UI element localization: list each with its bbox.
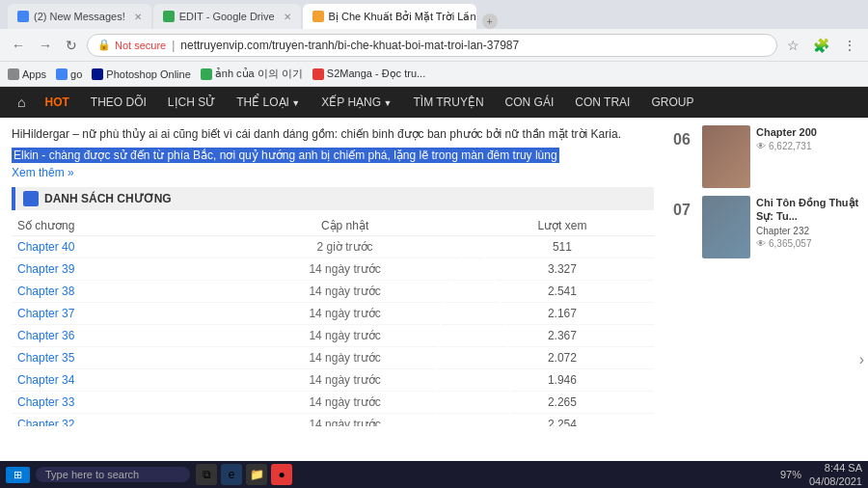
bookmark-star[interactable]: ☆ [783, 36, 803, 55]
chapter-name[interactable]: Chapter 34 [12, 369, 219, 392]
bookmark-label-korean: ảnh của 이의 이기 [215, 67, 303, 81]
nav-group[interactable]: GROUP [641, 90, 703, 115]
taskbar-edge-icon[interactable]: e [221, 464, 242, 485]
description: HiHildergar – nữ phù thủy ai ai cũng biế… [12, 125, 654, 143]
manga-title-07[interactable]: Chi Tôn Đồng Thuật Sự: Tu... [756, 196, 860, 224]
chapter-list-header: DANH SÁCH CHƯƠNG [12, 187, 654, 210]
chapter-views: 2.167 [471, 303, 654, 325]
chapter-name[interactable]: Chapter 32 [12, 414, 219, 427]
right-sidebar: 06 Chapter 200 👁 6,622,731 07 [665, 118, 868, 426]
forward-button[interactable]: → [35, 36, 56, 55]
chapter-row: Chapter 37 14 ngày trước 2.167 [12, 303, 654, 325]
tabs-bar: (2) New Messages! ✕ EDIT - Google Drive … [0, 0, 868, 29]
tab-label-manga: Bị Che Khuất Bởi Mặt Trời Lần... [329, 11, 476, 23]
taskbar-date-value: 04/08/2021 [809, 474, 862, 488]
taskbar-battery: 97% [780, 469, 801, 480]
col-chapter: Số chương [12, 216, 219, 236]
chapter-list-title: DANH SÁCH CHƯƠNG [44, 192, 172, 205]
nav-con-trai[interactable]: CON TRAI [565, 90, 639, 115]
chapter-row: Chapter 33 14 ngày trước 2.265 [12, 392, 654, 414]
sidebar-item-07: 07 Chi Tôn Đồng Thuật Sự: Tu... Chapter … [673, 196, 860, 258]
lock-icon: 🔒 [97, 39, 111, 51]
nav-con-gai[interactable]: CON GÁI [496, 90, 564, 115]
taskbar-search-box[interactable]: Type here to search [36, 467, 190, 482]
bookmark-korean[interactable]: ảnh của 이의 이기 [201, 67, 303, 81]
tab-manga[interactable]: Bị Che Khuất Bởi Mặt Trời Lần... ✕ [303, 4, 476, 29]
chapter-views: 3.327 [471, 258, 654, 281]
manga-info-07: Chi Tôn Đồng Thuật Sự: Tu... Chapter 232… [756, 196, 860, 249]
chapter-update: 14 ngày trước [219, 369, 471, 392]
bookmark-icon-korean [201, 68, 212, 80]
bookmark-icon-s2manga [312, 68, 324, 80]
chapter-views: 1.946 [471, 369, 654, 392]
chapter-views: 2.541 [471, 281, 654, 303]
nav-hot[interactable]: HOT [35, 90, 78, 115]
chapter-views: 2.265 [471, 392, 654, 414]
nav-theo-doi[interactable]: THEO DÕI [81, 90, 156, 115]
taskbar-explorer-icon[interactable]: 📁 [246, 464, 267, 485]
taskbar-task-view[interactable]: ⧉ [196, 464, 217, 485]
tab-drive[interactable]: EDIT - Google Drive ✕ [153, 4, 301, 29]
bookmark-label-photoshop: Photoshop Online [106, 68, 190, 80]
chapter-name[interactable]: Chapter 38 [12, 281, 219, 303]
chapter-name[interactable]: Chapter 40 [12, 236, 219, 258]
manga-thumb-img-07 [702, 196, 750, 258]
bookmark-label-apps: Apps [22, 68, 46, 80]
nav-tim-truyen[interactable]: TÌM TRUYỆN [403, 90, 493, 115]
description-highlighted: Elkin - chàng được sử đến từ phía Bắc, n… [12, 147, 654, 164]
tab-close-drive[interactable]: ✕ [284, 12, 291, 22]
tab-close-messages[interactable]: ✕ [134, 12, 142, 22]
nav-lich-su[interactable]: LỊCH SỬ [158, 90, 225, 115]
chapter-name[interactable]: Chapter 39 [12, 258, 219, 281]
bookmark-icon-go [56, 68, 68, 80]
tab-icon-manga [312, 11, 324, 22]
manga-views-count-06: 6,622,731 [769, 141, 812, 151]
tab-messages[interactable]: (2) New Messages! ✕ [8, 4, 151, 29]
chapter-update: 14 ngày trước [219, 303, 471, 325]
chapter-row: Chapter 39 14 ngày trước 3.327 [12, 258, 654, 281]
chapter-name[interactable]: Chapter 37 [12, 303, 219, 325]
chapter-table: Số chương Cập nhật Lượt xem Chapter 40 2… [12, 216, 654, 426]
manga-title-06[interactable]: Chapter 200 [756, 125, 860, 139]
tab-label-drive: EDIT - Google Drive [179, 11, 275, 22]
chapter-table-header-row: Số chương Cập nhật Lượt xem [12, 216, 654, 236]
chapter-update: 14 ngày trước [219, 392, 471, 414]
menu-icon[interactable]: ⋮ [839, 36, 860, 55]
taskbar-search-placeholder: Type here to search [45, 469, 139, 480]
bookmark-photoshop[interactable]: Photoshop Online [92, 68, 190, 80]
chapter-name[interactable]: Chapter 33 [12, 392, 219, 414]
new-tab-button[interactable]: + [482, 14, 498, 29]
chapter-name[interactable]: Chapter 36 [12, 325, 219, 347]
bookmark-s2manga[interactable]: S2Manga - Đọc tru... [312, 68, 425, 80]
taskbar-chrome-icon[interactable]: ● [271, 464, 292, 485]
highlighted-text: Elkin - chàng được sử đến từ phía Bắc, n… [12, 148, 559, 163]
bookmark-go[interactable]: go [56, 68, 82, 80]
chapter-row: Chapter 38 14 ngày trước 2.541 [12, 281, 654, 303]
chapter-name[interactable]: Chapter 35 [12, 347, 219, 369]
manga-views-07: 👁 6,365,057 [756, 238, 860, 249]
main-area: HiHildergar – nữ phù thủy ai ai cũng biế… [0, 118, 868, 426]
manga-thumb-06 [702, 125, 750, 188]
scroll-down-arrow[interactable]: › [859, 351, 864, 368]
bookmark-icon-apps [8, 68, 19, 80]
xem-them-link[interactable]: Xem thêm » [12, 166, 654, 179]
nav-the-loai[interactable]: THỂ LOẠI [227, 90, 310, 115]
bookmark-label-go: go [70, 68, 82, 80]
address-box[interactable]: 🔒 Not secure | nettruyenvip.com/truyen-t… [87, 34, 777, 57]
manga-thumb-07 [702, 196, 750, 258]
bookmark-label-s2manga: S2Manga - Đọc tru... [327, 68, 425, 80]
start-button[interactable]: ⊞ [6, 467, 30, 483]
reload-button[interactable]: ↻ [62, 36, 81, 55]
bookmark-icon-photoshop [92, 68, 103, 80]
description-text1: HiHildergar – nữ phù thủy ai ai cũng biế… [12, 127, 621, 141]
address-text: nettruyenvip.com/truyen-tranh/bi-che-khu… [180, 39, 519, 52]
col-update: Cập nhật [219, 216, 471, 236]
back-button[interactable]: ← [8, 36, 29, 55]
bookmark-apps[interactable]: Apps [8, 68, 46, 80]
chapter-row: Chapter 36 14 ngày trước 2.367 [12, 325, 654, 347]
nav-home-icon[interactable]: ⌂ [10, 95, 33, 110]
nav-xep-hang[interactable]: XẾP HẠNG [312, 90, 401, 115]
chapter-update: 14 ngày trước [219, 347, 471, 369]
extensions-icon[interactable]: 🧩 [809, 36, 833, 55]
page-content: ⌂ HOT THEO DÕI LỊCH SỬ THỂ LOẠI XẾP HẠNG… [0, 87, 868, 426]
